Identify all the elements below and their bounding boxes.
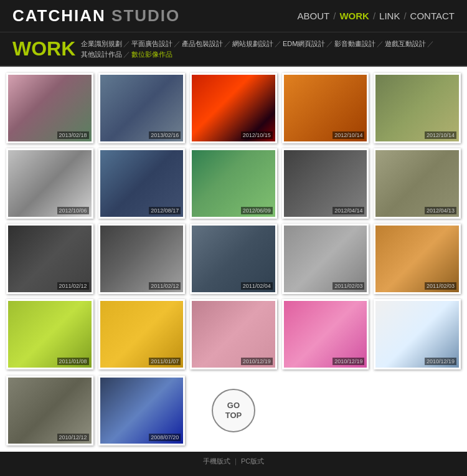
date-label: 2012/10/14 <box>425 131 456 139</box>
gallery-item[interactable]: 2011/02/12 <box>6 224 93 294</box>
gallery-item[interactable]: 2011/02/03 <box>282 224 369 294</box>
nav-contact[interactable]: CONTACT <box>410 11 455 21</box>
nav-work[interactable]: WORK <box>339 11 369 21</box>
date-label: 2010/12/19 <box>425 358 456 365</box>
date-label: 2012/04/14 <box>333 207 364 214</box>
date-label: 2011/01/08 <box>57 358 89 365</box>
gallery-item[interactable]: 2011/02/04 <box>190 224 277 294</box>
gallery-item[interactable]: 2010/12/19 <box>282 299 369 369</box>
footer-mobile[interactable]: 手機版式 <box>203 457 230 465</box>
date-label: 2010/12/19 <box>333 358 364 365</box>
subnav-photo[interactable]: 數位影像作品 <box>131 50 172 59</box>
header: CATCHIAN STUDIO ABOUT / WORK / LINK / CO… <box>0 0 467 32</box>
subnav: 企業識別規劃 ／ 平面廣告設計 ／ 產品包裝設計 ／ 網站規劃設計 ／ EDM網… <box>81 39 455 59</box>
gallery-item[interactable]: 2013/02/16 <box>98 73 186 143</box>
bottom-area: 2010/12/12 2008/07/20 GO TOP <box>0 376 467 452</box>
subnav-print[interactable]: 平面廣告設計 <box>131 39 172 49</box>
date-label: 2011/02/12 <box>57 282 89 290</box>
nav-sep-3: / <box>403 11 406 21</box>
bottom-row: 2010/12/12 2008/07/20 GO TOP <box>6 376 461 446</box>
date-label: 2012/10/15 <box>241 131 273 139</box>
date-label: 2012/06/09 <box>241 207 273 214</box>
gallery-item[interactable]: 2012/08/17 <box>98 148 186 219</box>
subnav-package[interactable]: 產品包裝設計 <box>182 39 223 49</box>
gallery-item[interactable]: 2012/10/06 <box>6 148 93 219</box>
nav-about[interactable]: ABOUT <box>298 11 330 21</box>
date-label: 2010/12/12 <box>57 434 89 441</box>
nav-sep-1: / <box>333 11 336 21</box>
go-top-button[interactable]: GO TOP <box>212 389 255 432</box>
date-label: 2011/01/07 <box>149 358 181 365</box>
gallery-item[interactable]: 2012/04/13 <box>374 148 461 219</box>
gallery-item[interactable]: 2013/02/18 <box>6 73 93 143</box>
main-nav: ABOUT / WORK / LINK / CONTACT <box>298 11 455 21</box>
date-label: 2012/10/14 <box>333 131 364 139</box>
date-label: 2013/02/16 <box>149 131 181 139</box>
gallery-item[interactable]: 2012/06/09 <box>190 148 277 219</box>
date-label: 2008/07/20 <box>149 434 181 441</box>
footer-sep: ｜ <box>232 457 239 465</box>
gallery-item[interactable]: 2011/02/12 <box>98 224 186 294</box>
gallery-item[interactable]: 2011/02/03 <box>374 224 461 294</box>
logo-catchian: CATCHIAN <box>12 6 106 25</box>
work-title: WORK <box>12 37 68 60</box>
subnav-web[interactable]: 網站規劃設計 <box>232 39 273 49</box>
nav-link[interactable]: LINK <box>379 11 400 21</box>
logo: CATCHIAN STUDIO <box>12 6 180 26</box>
gallery-container: 2013/02/18 2013/02/16 2012/10/15 2012/10… <box>0 67 467 376</box>
gallery-item[interactable]: 2011/01/07 <box>98 299 186 369</box>
gallery-item[interactable]: 2012/10/14 <box>374 73 461 143</box>
subnav-edm[interactable]: EDM網頁設計 <box>283 39 325 49</box>
subnav-corporate[interactable]: 企業識別規劃 <box>81 39 122 49</box>
gallery-grid: 2013/02/18 2013/02/16 2012/10/15 2012/10… <box>6 73 461 369</box>
date-label: 2012/04/13 <box>425 207 456 214</box>
date-label: 2011/02/03 <box>333 282 364 290</box>
subnav-game[interactable]: 遊戲互動設計 <box>385 39 426 49</box>
date-label: 2011/02/12 <box>149 282 181 290</box>
gallery-item[interactable]: 2012/04/14 <box>282 148 369 219</box>
gallery-item[interactable]: 2011/01/08 <box>6 299 93 369</box>
date-label: 2011/02/03 <box>425 282 456 290</box>
gallery-item[interactable]: 2008/07/20 <box>98 376 186 446</box>
gallery-item[interactable]: 2012/10/14 <box>282 73 369 143</box>
gallery-item[interactable]: 2010/12/19 <box>190 299 277 369</box>
gallery-item[interactable]: 2010/12/19 <box>374 299 461 369</box>
date-label: 2012/10/06 <box>57 207 89 214</box>
footer: 手機版式 ｜ PC版式 <box>0 452 467 471</box>
date-label: 2010/12/19 <box>241 358 273 365</box>
footer-pc[interactable]: PC版式 <box>241 457 264 465</box>
gallery-item[interactable]: 2010/12/12 <box>6 376 93 446</box>
gallery-item[interactable]: 2012/10/15 <box>190 73 277 143</box>
nav-sep-2: / <box>373 11 375 21</box>
date-label: 2011/02/04 <box>241 282 273 290</box>
subnav-other[interactable]: 其他設計作品 <box>81 50 122 59</box>
subheader: WORK 企業識別規劃 ／ 平面廣告設計 ／ 產品包裝設計 ／ 網站規劃設計 ／… <box>0 32 467 67</box>
date-label: 2013/02/18 <box>57 131 89 139</box>
subnav-motion[interactable]: 影音動畫設計 <box>334 39 375 49</box>
date-label: 2012/08/17 <box>149 207 181 214</box>
logo-studio: STUDIO <box>111 6 180 25</box>
